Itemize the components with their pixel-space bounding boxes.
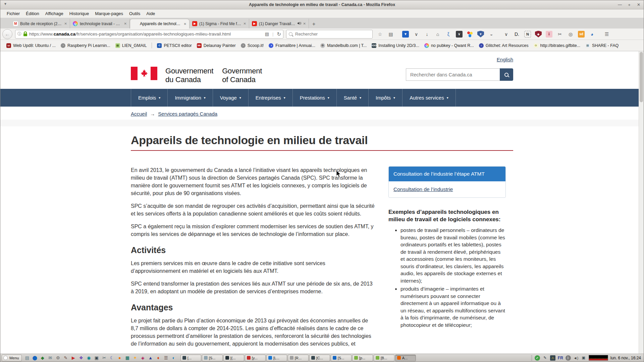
toolbar-addon-icon[interactable]: ∨ (413, 31, 420, 38)
launcher-icon[interactable]: ▲ (147, 355, 154, 361)
menu-item[interactable]: Fichier (4, 10, 23, 17)
taskbar-window-button[interactable]: [(... (223, 355, 244, 361)
bookmark-item[interactable]: Mr Delaunay Painter (197, 43, 236, 48)
gc-nav-item[interactable]: Impôts ▾ (368, 89, 402, 107)
launcher-icon[interactable]: ♦ (155, 355, 162, 361)
toolbar-addon-icon[interactable]: ✂ (556, 31, 563, 38)
toolbar-addon-icon[interactable]: ▼ (477, 31, 484, 38)
https-lock-icon[interactable] (23, 34, 27, 36)
cpu-graph[interactable] (589, 355, 608, 361)
launcher-icon[interactable]: ✦ (132, 355, 139, 361)
back-button[interactable]: ← (2, 29, 12, 39)
gc-nav-item[interactable]: Voyage ▾ (213, 89, 248, 107)
taskbar-window-button[interactable]: [... (180, 355, 201, 361)
url-text[interactable]: https://www.canada.ca/fr/services-partag… (29, 32, 263, 37)
taskbar-window-button[interactable]: [B... (374, 355, 394, 361)
tray-icon[interactable]: ◄) (573, 355, 579, 361)
tray-icon[interactable]: ⚠ (550, 355, 555, 361)
tab-close-icon[interactable]: ✕ (303, 22, 306, 25)
language-toggle-link[interactable]: English (497, 57, 513, 62)
browser-tab[interactable]: M Boîte de réception (21 994) ✕ (10, 19, 70, 28)
bookmark-item[interactable]: ◔ Scoop.it! (241, 43, 264, 48)
launcher-icon[interactable]: ▤ (24, 355, 31, 361)
launcher-icon[interactable]: ✉ (47, 355, 54, 361)
launcher-icon[interactable]: ✂ (101, 355, 108, 361)
bookmark-item[interactable]: ◑ Framalibre | Annuai... (269, 43, 315, 48)
applications-menu-button[interactable]: Menu (2, 355, 22, 361)
toolbar-addon-icon[interactable]: ∨ (456, 31, 463, 38)
tab-audio-icon[interactable] (298, 21, 301, 26)
browser-tab[interactable]: Q technologie travail - Qwant ✕ (70, 19, 130, 28)
window-shade-icon[interactable]: ▼ (4, 2, 7, 6)
toolbar-addon-icon[interactable]: ↓ (424, 31, 430, 38)
gc-nav-item[interactable]: Santé ▾ (336, 89, 368, 107)
toolbar-addon-icon[interactable]: ↧ (546, 31, 552, 38)
bookmark-item[interactable]: Q no pubkey - Qwant R... (424, 43, 474, 48)
menu-item[interactable]: Affichage (42, 10, 66, 17)
breadcrumb-current-link[interactable]: Services partagés Canada (158, 111, 217, 117)
bookmark-item[interactable]: ▤ SHARE - FAQ (585, 43, 619, 48)
bookmark-item[interactable]: ◕ Glitchet: Art Resources (479, 43, 529, 48)
toolbar-addon-icon[interactable]: ☆ (377, 31, 383, 38)
tray-icon[interactable]: ✎ (542, 355, 548, 361)
toolbar-addon-icon[interactable]: N (524, 31, 531, 38)
launcher-icon[interactable]: ▦ (124, 355, 131, 361)
menu-item[interactable]: Édition (23, 10, 42, 17)
toolbar-addon-icon[interactable]: ξ (445, 31, 452, 38)
toolbar-addon-icon[interactable]: ☰ (603, 31, 610, 38)
bookmark-item[interactable]: ▤ LIEN_GMAIL (115, 43, 147, 48)
reader-mode-icon[interactable]: ▤ (265, 32, 269, 37)
browser-tab[interactable]: ▶ (1) Sigma - Find Me ft. Birdy ✕ (190, 19, 249, 28)
tab-close-icon[interactable]: ✕ (244, 22, 246, 25)
toolbar-addon-icon[interactable]: ◎ (567, 31, 574, 38)
clock[interactable]: lun. 6 nov., 16:24 (610, 356, 642, 360)
search-bar[interactable] (286, 30, 373, 39)
toolbar-addon-icon[interactable]: ∨ (503, 31, 509, 38)
taskbar-window-button[interactable]: [p... (352, 355, 373, 361)
bookmark-item[interactable]: G http://bitrates.gifbite... (534, 43, 581, 48)
consultation-link[interactable]: Consultation de l’industrie (393, 186, 453, 192)
bookmark-item[interactable]: ✿ Mandelbulb.com | T... (320, 43, 367, 48)
bookmark-item[interactable]: C PETSCII editor (157, 43, 192, 48)
toolbar-addon-icon[interactable]: ◆ (535, 31, 542, 38)
browser-tab[interactable]: ▶ (1) Danger Travail (Pier ✕ (249, 19, 309, 28)
toolbar-addon-icon[interactable]: ◕ (589, 31, 595, 38)
taskbar-window-button[interactable]: [L... (266, 355, 287, 361)
taskbar-window-button[interactable]: [S... (202, 355, 223, 361)
gc-nav-item[interactable]: Autres services ▾ (402, 89, 456, 107)
bookmark-item[interactable]: ω Web Upd8: Ubuntu / ... (6, 43, 56, 48)
tab-close-icon[interactable]: ✕ (64, 22, 67, 25)
taskbar-window-button[interactable]: [S... (331, 355, 352, 361)
maximize-button[interactable]: ＋ (626, 2, 632, 8)
url-bar[interactable]: ⓘ https://www.canada.ca/fr/services-part… (15, 30, 283, 39)
tray-icon[interactable]: ▣ (581, 355, 586, 361)
page-scrollbar[interactable] (639, 51, 644, 354)
menu-item[interactable]: Marque-pages (92, 10, 126, 17)
search-input[interactable] (294, 31, 370, 37)
menu-item[interactable]: Aide (143, 10, 158, 17)
launcher-icon[interactable]: ❖ (78, 355, 85, 361)
toolbar-addon-icon[interactable]: ◒ (488, 31, 495, 38)
launcher-icon[interactable]: ◆ (39, 355, 46, 361)
launcher-icon[interactable]: ● (116, 355, 123, 361)
bookmark-item[interactable]: ◔ Raspberry Pi Learnin... (61, 43, 110, 48)
menu-item[interactable]: Historique (66, 10, 92, 17)
launcher-icon[interactable]: ◉ (86, 355, 92, 361)
launcher-icon[interactable]: ▣ (93, 355, 100, 361)
tab-close-icon[interactable]: ✕ (184, 22, 186, 26)
close-button[interactable]: ✕ (636, 2, 642, 7)
new-tab-button[interactable]: + (309, 21, 319, 28)
tray-icon[interactable]: ᛒ (566, 355, 571, 361)
taskbar-window-button[interactable]: [R... (288, 355, 309, 361)
toolbar-addon-icon[interactable]: ⌂ (434, 31, 441, 38)
gc-nav-item[interactable]: Immigration ▾ (167, 89, 212, 107)
gc-nav-item[interactable]: Entreprises ▾ (248, 89, 292, 107)
reload-icon[interactable]: ↻ (277, 31, 281, 37)
page-info-icon[interactable]: ⓘ (17, 31, 21, 37)
launcher-icon[interactable]: ☾ (109, 355, 115, 361)
launcher-icon[interactable]: ◈ (140, 355, 146, 361)
launcher-icon[interactable]: ⬤ (32, 355, 38, 361)
toolbar-addon-icon[interactable]: sd (578, 31, 585, 38)
toolbar-addon-icon[interactable]: ▼ (402, 31, 409, 38)
taskbar-window-button[interactable]: A... (395, 355, 416, 361)
